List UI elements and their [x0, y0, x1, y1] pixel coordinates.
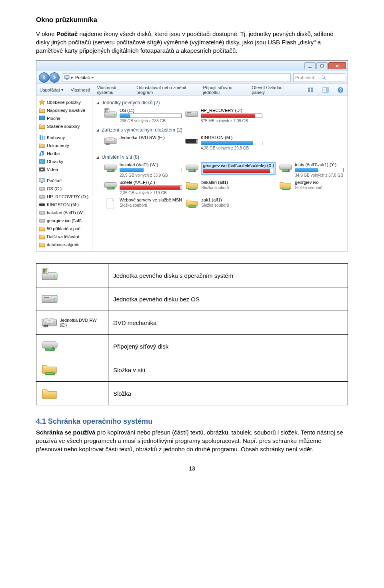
drive-sub: 34,9 GB volných z 67,8 GB — [295, 173, 344, 177]
table-row: Jednotka pevného disku s operačním systé… — [36, 264, 348, 287]
toolbar: Uspořádat ▾ Vlastnosti Vlastnosti systém… — [36, 84, 348, 96]
para-4-1: Schránka se používá pro kopírování nebo … — [36, 428, 348, 453]
sidebar-videos-label: Videa — [47, 167, 58, 172]
sidebar-database[interactable]: database-algoritr — [38, 241, 90, 249]
sidebar-favorites-label: Oblíbené položky — [47, 100, 81, 105]
drive-icon — [39, 185, 45, 192]
page-number: 13 — [36, 465, 348, 472]
sidebar-os-c[interactable]: OS (C:) — [38, 185, 90, 193]
svg-rect-37 — [39, 116, 45, 120]
back-arrow-icon — [42, 76, 46, 80]
drive-msn[interactable]: Webové servery ve službě MSN Složka soub… — [104, 197, 182, 209]
drive-dvd[interactable]: Jednotka DVD RW (E:) — [104, 135, 182, 150]
drive-hp-recovery[interactable]: HP_RECOVERY (D:) 875 MB volných z 7,09 G… — [185, 108, 263, 123]
crumb-computer[interactable]: Počítač — [75, 75, 90, 80]
drive-os-c[interactable]: OS (C:) 238 GB volných z 288 GB — [104, 108, 182, 123]
section-hdd[interactable]: ◢Jednotky pevných disků (2) — [96, 100, 344, 106]
sidebar-libraries[interactable]: Knihovny — [38, 134, 90, 142]
drive-bakalari-w[interactable]: bakalari (\\alf1) (W:) 20,9 GB volných z… — [104, 162, 182, 177]
close-button[interactable] — [328, 62, 346, 69]
toolbar-organize-label: Uspořádat — [40, 88, 60, 92]
back-button[interactable] — [39, 72, 49, 83]
nav-row: ▸ Počítač ▸ Prohledat: ... — [36, 71, 348, 84]
netdrive-icon — [39, 217, 45, 224]
drive-ucitele-z[interactable]: ucitele (\\ALF) (Z:) 2,35 GB volných z 1… — [104, 180, 182, 195]
close-icon — [335, 64, 339, 68]
svg-rect-32 — [311, 90, 313, 92]
netdrive-icon — [39, 209, 45, 216]
forward-button[interactable] — [49, 72, 60, 83]
sidebar-favorites[interactable]: Oblíbené položky — [38, 98, 90, 106]
icon-cell — [36, 382, 108, 405]
sidebar-pictures[interactable]: Obrázky — [38, 157, 90, 165]
maximize-button[interactable] — [316, 62, 328, 69]
svg-rect-27 — [320, 65, 324, 67]
toolbar-control-panel[interactable]: Otevřít Ovládací panely — [252, 85, 292, 95]
crumb-sep-2: ▸ — [92, 75, 94, 80]
drive-georgiev-x[interactable]: georgiev ivo (\\alf\ucitele\učitelé) (X:… — [185, 162, 276, 177]
sidebar-downloads[interactable]: Stažené soubory — [38, 122, 90, 130]
preview-button[interactable] — [322, 86, 329, 94]
hdd-win-icon — [41, 268, 58, 283]
label-cell: Složka — [108, 382, 348, 405]
intro-text-c: najdeme ikony všech disků, které jsou v … — [36, 30, 333, 54]
drive-sub: 4,38 GB volných z 29,8 GB — [201, 146, 263, 150]
label-cell: Jednotka pevného disku bez OS — [108, 287, 348, 311]
sidebar-videos[interactable]: Videa — [38, 165, 90, 173]
label-cell: DVD mechanika — [108, 311, 348, 335]
minimize-button[interactable] — [304, 62, 316, 69]
drive-name: Jednotka DVD RW (E:) — [120, 135, 182, 140]
drive-kingston[interactable]: KINGSTON (M:) 4,38 GB volných z 29,8 GB — [185, 135, 263, 150]
drive-sub: Složka souborů — [201, 185, 276, 190]
view-button[interactable] — [307, 86, 314, 94]
label-cell: Jednotka pevného disku s operačním systé… — [108, 264, 348, 287]
sidebar-hp-rec[interactable]: HP_RECOVERY (D:) — [38, 193, 90, 201]
help-button[interactable]: ? — [337, 86, 344, 94]
sidebar-priklad[interactable]: 50 příkladů v poč — [38, 225, 90, 233]
drive-zak1[interactable]: zak1 (alf1) Složka souborů — [185, 197, 276, 209]
sidebar-recent[interactable]: Naposledy navštíve — [38, 106, 90, 114]
drive-sub: Složka souborů — [120, 203, 182, 207]
svg-point-28 — [322, 76, 325, 78]
sidebar-computer[interactable]: Počítač — [38, 177, 90, 185]
toolbar-map-drive[interactable]: Připojit síťovou jednotku — [203, 85, 245, 95]
drive-testy-y[interactable]: testy (\\alf1\zak1) (Y:) 34,9 GB volných… — [279, 162, 344, 177]
toolbar-properties[interactable]: Vlastnosti — [71, 88, 90, 92]
sidebar-documents[interactable]: Dokumenty — [38, 142, 90, 149]
sidebar-kingston[interactable]: KINGSTON (M:) — [38, 201, 90, 209]
drive-sub: 875 MB volných z 7,09 GB — [201, 119, 263, 123]
breadcrumb-bar[interactable]: ▸ Počítač ▸ — [62, 73, 291, 82]
drive-name: OS (C:) — [120, 108, 182, 113]
icon-cell — [36, 264, 108, 287]
sidebar-bakalari[interactable]: bakalari (\\alf1) (W — [38, 209, 90, 217]
section-network[interactable]: ◢Umístění v síti (8) — [96, 154, 344, 160]
toolbar-uninstall[interactable]: Odinstalovat nebo změnit program — [136, 85, 196, 95]
drive-georgiev-folder[interactable]: georgiev ivo Složka souborů — [279, 180, 344, 195]
svg-rect-29 — [308, 88, 310, 90]
drive-name: ucitele (\\ALF) (Z:) — [120, 180, 182, 185]
section-hdd-label: Jednotky pevných disků (2) — [102, 100, 160, 106]
explorer-screenshot: ▸ Počítač ▸ Prohledat: ... Uspořádat ▾ V… — [36, 60, 348, 251]
svg-text:?: ? — [339, 88, 342, 92]
drive-bakalari-alf1[interactable]: bakalari (alf1) Složka souborů — [185, 180, 276, 195]
sidebar-os-c-label: OS (C:) — [47, 186, 62, 191]
sidebar-libraries-label: Knihovny — [47, 135, 65, 140]
sidebar-dalsi-label: Další vzdělávání — [47, 234, 79, 239]
section-removable[interactable]: ◢Zařízení s vyměnitelným úložištěm (2) — [96, 127, 344, 133]
sidebar-dalsi[interactable]: Další vzdělávání — [38, 233, 90, 241]
toolbar-sys-props[interactable]: Vlastnosti systému — [97, 85, 129, 95]
drive-sub: 20,9 GB volných z 33,9 GB — [120, 173, 182, 177]
toolbar-organize[interactable]: Uspořádat ▾ — [40, 87, 64, 92]
file-icon — [104, 197, 117, 209]
sidebar-documents-label: Dokumenty — [47, 143, 69, 148]
sidebar: Oblíbené položky Naposledy navštíve Ploc… — [36, 96, 92, 251]
sidebar-georgiev[interactable]: georgiev ivo (\\alf\ — [38, 217, 90, 225]
table-row: Složka — [36, 382, 348, 405]
chevron-down-icon: ▾ — [61, 87, 64, 92]
sidebar-desktop[interactable]: Plocha — [38, 114, 90, 122]
search-input[interactable]: Prohledat: ... — [293, 73, 345, 82]
sidebar-music[interactable]: Hudba — [38, 149, 90, 157]
sidebar-database-label: database-algoritr — [47, 242, 80, 247]
drive-name: HP_RECOVERY (D:) — [201, 108, 263, 113]
crumb-sep: ▸ — [71, 75, 74, 80]
